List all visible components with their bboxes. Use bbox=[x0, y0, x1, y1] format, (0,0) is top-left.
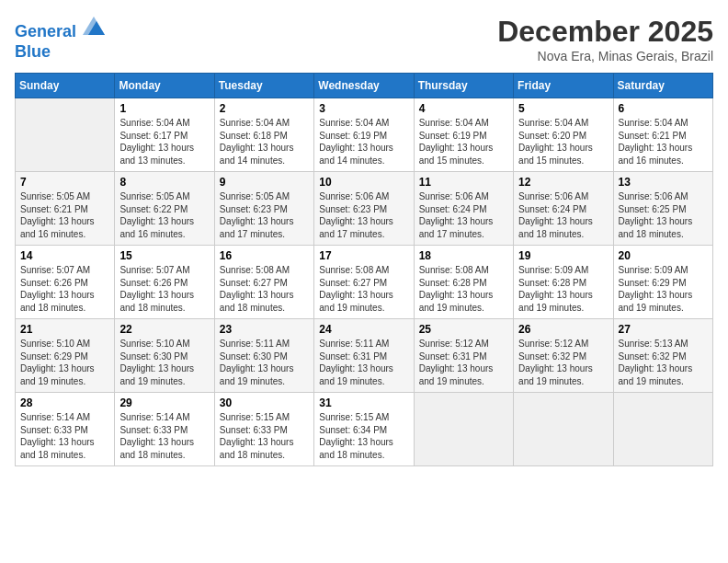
logo-text: General bbox=[15, 15, 105, 42]
table-row bbox=[16, 98, 115, 172]
day-info: Sunrise: 5:04 AMSunset: 6:21 PMDaylight:… bbox=[619, 117, 708, 167]
header-monday: Monday bbox=[115, 74, 214, 98]
day-number: 27 bbox=[619, 323, 708, 336]
table-row: 19Sunrise: 5:09 AMSunset: 6:28 PMDayligh… bbox=[514, 246, 613, 319]
table-row: 13Sunrise: 5:06 AMSunset: 6:25 PMDayligh… bbox=[613, 172, 712, 246]
calendar-week-row: 28Sunrise: 5:14 AMSunset: 6:33 PMDayligh… bbox=[16, 393, 713, 466]
day-number: 31 bbox=[319, 396, 408, 409]
logo: General Blue bbox=[15, 15, 105, 62]
header-wednesday: Wednesday bbox=[314, 74, 414, 98]
day-number: 4 bbox=[419, 102, 508, 115]
table-row: 5Sunrise: 5:04 AMSunset: 6:20 PMDaylight… bbox=[514, 98, 613, 172]
day-info: Sunrise: 5:09 AMSunset: 6:29 PMDaylight:… bbox=[619, 264, 708, 314]
table-row: 7Sunrise: 5:05 AMSunset: 6:21 PMDaylight… bbox=[16, 172, 115, 246]
table-row: 30Sunrise: 5:15 AMSunset: 6:33 PMDayligh… bbox=[214, 393, 313, 466]
day-number: 17 bbox=[319, 249, 408, 262]
day-info: Sunrise: 5:08 AMSunset: 6:27 PMDaylight:… bbox=[319, 264, 408, 314]
calendar-header-row: Sunday Monday Tuesday Wednesday Thursday… bbox=[16, 74, 713, 98]
header-saturday: Saturday bbox=[613, 74, 712, 98]
table-row: 2Sunrise: 5:04 AMSunset: 6:18 PMDaylight… bbox=[214, 98, 313, 172]
day-number: 23 bbox=[220, 323, 309, 336]
title-block: December 2025 Nova Era, Minas Gerais, Br… bbox=[497, 15, 713, 63]
day-info: Sunrise: 5:04 AMSunset: 6:19 PMDaylight:… bbox=[319, 117, 408, 167]
table-row: 18Sunrise: 5:08 AMSunset: 6:28 PMDayligh… bbox=[414, 246, 513, 319]
calendar-week-row: 1Sunrise: 5:04 AMSunset: 6:17 PMDaylight… bbox=[16, 98, 713, 172]
header-thursday: Thursday bbox=[414, 74, 513, 98]
day-number: 22 bbox=[119, 323, 209, 336]
day-info: Sunrise: 5:10 AMSunset: 6:29 PMDaylight:… bbox=[20, 338, 109, 387]
table-row: 3Sunrise: 5:04 AMSunset: 6:19 PMDaylight… bbox=[314, 98, 414, 172]
table-row: 11Sunrise: 5:06 AMSunset: 6:24 PMDayligh… bbox=[414, 172, 513, 246]
day-info: Sunrise: 5:12 AMSunset: 6:32 PMDaylight:… bbox=[518, 338, 608, 387]
day-info: Sunrise: 5:14 AMSunset: 6:33 PMDaylight:… bbox=[20, 411, 109, 461]
day-info: Sunrise: 5:08 AMSunset: 6:27 PMDaylight:… bbox=[220, 264, 309, 314]
calendar-week-row: 14Sunrise: 5:07 AMSunset: 6:26 PMDayligh… bbox=[16, 246, 713, 319]
day-info: Sunrise: 5:04 AMSunset: 6:17 PMDaylight:… bbox=[119, 117, 209, 167]
day-info: Sunrise: 5:07 AMSunset: 6:26 PMDaylight:… bbox=[119, 264, 209, 314]
table-row: 22Sunrise: 5:10 AMSunset: 6:30 PMDayligh… bbox=[115, 319, 214, 393]
day-info: Sunrise: 5:08 AMSunset: 6:28 PMDaylight:… bbox=[419, 264, 508, 314]
day-info: Sunrise: 5:06 AMSunset: 6:24 PMDaylight:… bbox=[419, 190, 508, 240]
day-number: 9 bbox=[220, 176, 309, 189]
table-row bbox=[514, 393, 613, 466]
day-number: 26 bbox=[518, 323, 608, 336]
day-number: 18 bbox=[419, 249, 508, 262]
day-info: Sunrise: 5:13 AMSunset: 6:32 PMDaylight:… bbox=[619, 338, 708, 387]
header-friday: Friday bbox=[514, 74, 613, 98]
day-number: 2 bbox=[220, 102, 309, 115]
header-sunday: Sunday bbox=[16, 74, 115, 98]
day-number: 30 bbox=[220, 396, 309, 409]
table-row: 1Sunrise: 5:04 AMSunset: 6:17 PMDaylight… bbox=[115, 98, 214, 172]
table-row: 27Sunrise: 5:13 AMSunset: 6:32 PMDayligh… bbox=[613, 319, 712, 393]
day-number: 8 bbox=[119, 176, 209, 189]
header-tuesday: Tuesday bbox=[214, 74, 313, 98]
day-number: 21 bbox=[20, 323, 109, 336]
day-info: Sunrise: 5:06 AMSunset: 6:24 PMDaylight:… bbox=[518, 190, 608, 240]
day-number: 12 bbox=[518, 176, 608, 189]
day-info: Sunrise: 5:14 AMSunset: 6:33 PMDaylight:… bbox=[119, 411, 209, 461]
day-number: 20 bbox=[619, 249, 708, 262]
table-row: 14Sunrise: 5:07 AMSunset: 6:26 PMDayligh… bbox=[16, 246, 115, 319]
day-number: 13 bbox=[619, 176, 708, 189]
table-row: 25Sunrise: 5:12 AMSunset: 6:31 PMDayligh… bbox=[414, 319, 513, 393]
day-number: 25 bbox=[419, 323, 508, 336]
day-info: Sunrise: 5:15 AMSunset: 6:33 PMDaylight:… bbox=[220, 411, 309, 461]
calendar-week-row: 7Sunrise: 5:05 AMSunset: 6:21 PMDaylight… bbox=[16, 172, 713, 246]
day-number: 28 bbox=[20, 396, 109, 409]
day-info: Sunrise: 5:11 AMSunset: 6:30 PMDaylight:… bbox=[220, 338, 309, 387]
day-info: Sunrise: 5:04 AMSunset: 6:18 PMDaylight:… bbox=[220, 117, 309, 167]
day-number: 14 bbox=[20, 249, 109, 262]
table-row: 28Sunrise: 5:14 AMSunset: 6:33 PMDayligh… bbox=[16, 393, 115, 466]
table-row: 8Sunrise: 5:05 AMSunset: 6:22 PMDaylight… bbox=[115, 172, 214, 246]
table-row bbox=[613, 393, 712, 466]
day-number: 1 bbox=[119, 102, 209, 115]
day-number: 24 bbox=[319, 323, 408, 336]
day-info: Sunrise: 5:05 AMSunset: 6:22 PMDaylight:… bbox=[119, 190, 209, 240]
table-row: 24Sunrise: 5:11 AMSunset: 6:31 PMDayligh… bbox=[314, 319, 414, 393]
table-row: 31Sunrise: 5:15 AMSunset: 6:34 PMDayligh… bbox=[314, 393, 414, 466]
table-row: 9Sunrise: 5:05 AMSunset: 6:23 PMDaylight… bbox=[214, 172, 313, 246]
day-number: 5 bbox=[518, 102, 608, 115]
day-number: 7 bbox=[20, 176, 109, 189]
day-info: Sunrise: 5:06 AMSunset: 6:23 PMDaylight:… bbox=[319, 190, 408, 240]
table-row: 23Sunrise: 5:11 AMSunset: 6:30 PMDayligh… bbox=[214, 319, 313, 393]
table-row: 15Sunrise: 5:07 AMSunset: 6:26 PMDayligh… bbox=[115, 246, 214, 319]
table-row: 26Sunrise: 5:12 AMSunset: 6:32 PMDayligh… bbox=[514, 319, 613, 393]
day-number: 16 bbox=[220, 249, 309, 262]
day-info: Sunrise: 5:05 AMSunset: 6:21 PMDaylight:… bbox=[20, 190, 109, 240]
logo-icon bbox=[83, 15, 105, 37]
day-info: Sunrise: 5:04 AMSunset: 6:19 PMDaylight:… bbox=[419, 117, 508, 167]
table-row: 6Sunrise: 5:04 AMSunset: 6:21 PMDaylight… bbox=[613, 98, 712, 172]
day-info: Sunrise: 5:04 AMSunset: 6:20 PMDaylight:… bbox=[518, 117, 608, 167]
page-header: General Blue December 2025 Nova Era, Min… bbox=[15, 15, 713, 63]
day-info: Sunrise: 5:12 AMSunset: 6:31 PMDaylight:… bbox=[419, 338, 508, 387]
day-info: Sunrise: 5:15 AMSunset: 6:34 PMDaylight:… bbox=[319, 411, 408, 461]
day-number: 29 bbox=[119, 396, 209, 409]
day-number: 11 bbox=[419, 176, 508, 189]
table-row: 17Sunrise: 5:08 AMSunset: 6:27 PMDayligh… bbox=[314, 246, 414, 319]
location: Nova Era, Minas Gerais, Brazil bbox=[497, 49, 713, 63]
table-row: 16Sunrise: 5:08 AMSunset: 6:27 PMDayligh… bbox=[214, 246, 313, 319]
table-row: 21Sunrise: 5:10 AMSunset: 6:29 PMDayligh… bbox=[16, 319, 115, 393]
table-row: 20Sunrise: 5:09 AMSunset: 6:29 PMDayligh… bbox=[613, 246, 712, 319]
day-info: Sunrise: 5:11 AMSunset: 6:31 PMDaylight:… bbox=[319, 338, 408, 387]
